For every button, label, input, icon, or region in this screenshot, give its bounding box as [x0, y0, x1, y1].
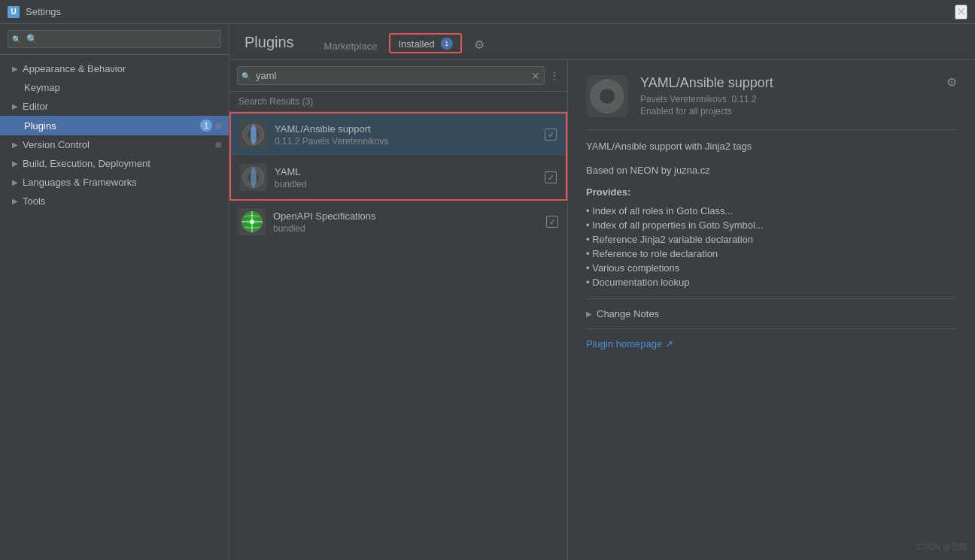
sidebar-item-label: Editor [23, 101, 221, 112]
plugins-title: Plugins [245, 34, 294, 59]
plugins-header: Plugins Marketplace Installed 1 ⚙ [229, 24, 975, 60]
plugin-name: YAML/Ansible support [275, 123, 537, 135]
tab-installed[interactable]: Installed 1 [398, 38, 452, 50]
search-clear-button[interactable]: ✕ [531, 70, 540, 82]
content-area: ✕ ⋮ Search Results (3) [229, 60, 975, 560]
sidebar-item-label: Build, Execution, Deployment [23, 158, 221, 169]
plugins-badge: 1 [200, 120, 212, 132]
app-icon: U [8, 6, 20, 18]
divider [586, 129, 957, 130]
sidebar-item-label: Keymap [12, 82, 221, 93]
plugin-items-list: YAML/Ansible support 0.11.2 Pavels Veret… [229, 112, 567, 560]
title-bar-left: U Settings [8, 6, 61, 18]
plugin-detail-panel: YAML/Ansible support Pavels Veretennikov… [568, 60, 975, 560]
search-menu-button[interactable]: ⋮ [549, 70, 560, 82]
title-bar: U Settings ✕ [0, 0, 975, 24]
plugin-meta: bundled [275, 179, 537, 189]
sidebar-item-label: Appearance & Behavior [23, 63, 221, 74]
detail-change-notes: ▶ Change Notes [586, 308, 957, 319]
sidebar-item-languages[interactable]: ▶ Languages & Frameworks [0, 173, 229, 192]
sidebar-nav: ▶ Appearance & Behavior Keymap ▶ Editor … [0, 55, 229, 560]
highlighted-plugins-group: YAML/Ansible support 0.11.2 Pavels Veret… [229, 112, 567, 201]
list-item: Reference Jinja2 variable declaration [586, 232, 957, 247]
detail-gear-button[interactable]: ⚙ [946, 75, 957, 89]
change-notes-toggle[interactable]: ▶ Change Notes [586, 308, 957, 319]
detail-title-section: YAML/Ansible support Pavels Veretennikov… [640, 75, 934, 117]
plugin-item-yaml-ansible[interactable]: YAML/Ansible support 0.11.2 Pavels Veret… [231, 114, 566, 156]
arrow-icon: ▶ [12, 197, 18, 205]
installed-count-badge: 1 [441, 38, 453, 50]
sidebar-item-appearance[interactable]: ▶ Appearance & Behavior [0, 59, 229, 78]
plugin-homepage-link[interactable]: Plugin homepage ↗ [586, 338, 673, 350]
plugin-list-panel: ✕ ⋮ Search Results (3) [229, 60, 568, 560]
list-item: Documentation lookup [586, 275, 957, 289]
sidebar-item-label: Languages & Frameworks [23, 177, 221, 188]
change-notes-arrow-icon: ▶ [586, 310, 592, 318]
detail-description-2: Based on NEON by juzna.cz [586, 163, 957, 178]
sidebar-search-wrap [8, 30, 221, 48]
list-item: Various completions [586, 261, 957, 275]
list-item: Index of all roles in Goto Class... [586, 204, 957, 218]
sidebar: ▶ Appearance & Behavior Keymap ▶ Editor … [0, 24, 229, 560]
search-results-label: Search Results (3) [229, 92, 567, 112]
sidebar-item-label: Version Control [23, 139, 212, 150]
plugin-info-openapi: OpenAPI Specifications bundled [273, 210, 539, 234]
svg-point-13 [591, 80, 624, 113]
detail-description-1: YAML/Ansible support with Jinja2 tags [586, 139, 957, 154]
installed-tab-label: Installed [398, 38, 434, 50]
change-notes-label: Change Notes [597, 308, 659, 319]
arrow-icon: ▶ [12, 178, 18, 186]
window-title: Settings [26, 6, 61, 17]
expand-icon: ⊞ [215, 122, 221, 130]
sidebar-item-tools[interactable]: ▶ Tools [0, 192, 229, 210]
detail-plugin-icon [586, 75, 628, 117]
sidebar-item-keymap[interactable]: Keymap [0, 78, 229, 97]
plugin-search-wrap: ✕ [237, 66, 545, 85]
svg-point-14 [599, 88, 615, 104]
detail-plugin-author: Pavels Veretennikovs 0.11.2 [640, 94, 934, 104]
plugin-name: YAML [275, 166, 537, 177]
plugin-info-yaml: YAML bundled [275, 166, 537, 189]
detail-provides-list: Index of all roles in Goto Class... Inde… [586, 204, 957, 289]
arrow-icon: ▶ [12, 159, 18, 168]
plugin-checkbox-yaml-ansible[interactable] [545, 129, 557, 141]
plugin-item-yaml[interactable]: YAML bundled [231, 156, 566, 199]
plugin-meta: 0.11.2 Pavels Veretennikovs [275, 136, 537, 147]
detail-enabled-status: Enabled for all projects [640, 106, 934, 117]
tab-marketplace[interactable]: Marketplace [312, 35, 390, 59]
watermark: CSDN @空随 [917, 541, 967, 552]
yaml-ansible-icon [240, 121, 267, 148]
sidebar-item-plugins[interactable]: Plugins 1 ⊞ [0, 116, 229, 135]
detail-provides-section: Provides: Index of all roles in Goto Cla… [586, 186, 957, 289]
sidebar-item-label: Plugins [12, 120, 196, 132]
installed-tab-container: Installed 1 ⚙ [389, 33, 490, 56]
plugin-info-yaml-ansible: YAML/Ansible support 0.11.2 Pavels Veret… [275, 123, 537, 147]
plugins-gear-button[interactable]: ⚙ [468, 35, 491, 55]
plugin-name: OpenAPI Specifications [273, 210, 539, 222]
sidebar-search-input[interactable] [8, 30, 221, 48]
divider-2 [586, 298, 957, 299]
sidebar-item-version-control[interactable]: ▶ Version Control ⊞ [0, 135, 229, 154]
arrow-icon: ▶ [12, 141, 18, 149]
plugin-item-openapi[interactable]: OpenAPI Specifications bundled [229, 201, 567, 244]
plugin-meta: bundled [273, 223, 539, 234]
list-item: Reference to role declaration [586, 247, 957, 261]
svg-rect-12 [586, 75, 628, 117]
installed-badge: 1 [441, 38, 453, 50]
detail-provides-title: Provides: [586, 186, 957, 198]
installed-tab-wrapper: Installed 1 [389, 33, 461, 53]
close-button[interactable]: ✕ [955, 5, 967, 20]
yaml-icon [240, 164, 267, 191]
sidebar-item-label: Tools [23, 195, 221, 207]
plugin-checkbox-openapi[interactable] [546, 216, 558, 228]
sidebar-item-build[interactable]: ▶ Build, Execution, Deployment [0, 154, 229, 173]
detail-header: YAML/Ansible support Pavels Veretennikov… [586, 75, 957, 117]
expand-icon: ⊞ [215, 141, 221, 149]
main-layout: ▶ Appearance & Behavior Keymap ▶ Editor … [0, 24, 975, 560]
right-panel: Plugins Marketplace Installed 1 ⚙ [229, 24, 975, 560]
sidebar-item-editor[interactable]: ▶ Editor [0, 97, 229, 116]
svg-point-11 [250, 219, 254, 224]
plugin-checkbox-yaml[interactable] [545, 171, 557, 183]
arrow-icon: ▶ [12, 102, 18, 110]
plugin-search-input[interactable] [237, 66, 545, 85]
